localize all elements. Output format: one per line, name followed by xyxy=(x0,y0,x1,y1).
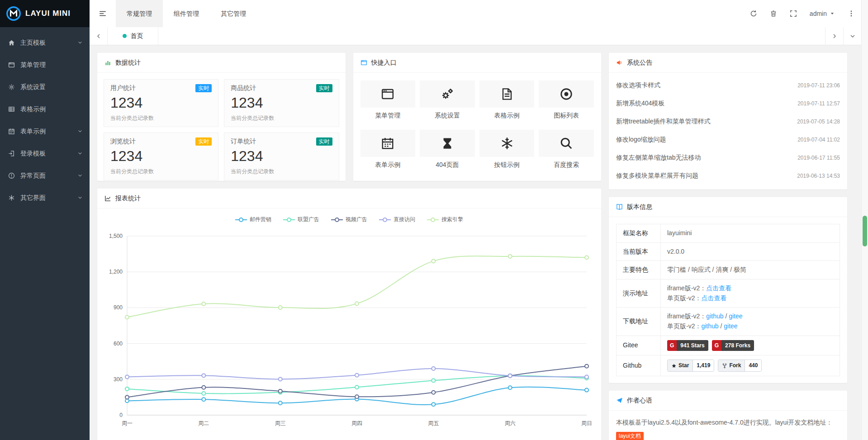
version-link[interactable]: 点击查看 xyxy=(701,294,726,302)
user-dropdown[interactable]: admin xyxy=(803,10,841,17)
sidebar-item[interactable]: 系统设置 xyxy=(0,76,90,98)
quick-entry-label: 按钮示例 xyxy=(479,161,535,169)
stats-card-title: 数据统计 xyxy=(115,59,141,67)
announcement-row: 修复左侧菜单缩放tab无法移动2019-06-17 11:55 xyxy=(616,149,840,167)
svg-text:周一: 周一 xyxy=(122,420,133,426)
version-line-prefix: 单页版-v2： xyxy=(667,294,701,302)
legend-item[interactable]: 邮件营销 xyxy=(235,216,271,223)
quick-entry[interactable]: 404页面 xyxy=(420,130,475,169)
version-line-prefix: 单页版-v2： xyxy=(667,322,701,330)
announcement-row: 新增treetable插件和菜单管理样式2019-07-05 14:28 xyxy=(616,113,840,131)
announcement-text: 修复多模块菜单栏展开有问题 xyxy=(616,172,698,180)
more-actions-button[interactable] xyxy=(841,0,861,27)
clear-cache-button[interactable] xyxy=(764,0,783,27)
announcement-row: 修改logo缩放问题2019-07-04 11:02 xyxy=(616,131,840,149)
header-tab[interactable]: 组件管理 xyxy=(163,0,210,27)
version-row: 当前版本v2.0.0 xyxy=(617,242,840,261)
gitee-badge[interactable]: G941 Stars xyxy=(667,340,708,351)
quick-entry-card: 快捷入口 菜单管理系统设置表格示例图标列表表单示例404页面按钮示例百度搜索 xyxy=(353,53,602,181)
logo[interactable]: LAYUI MINI xyxy=(0,0,90,27)
sidebar-item[interactable]: 菜单管理 xyxy=(0,54,90,76)
quick-entry[interactable]: 图标列表 xyxy=(539,80,594,120)
quick-grid: 菜单管理系统设置表格示例图标列表表单示例404页面按钮示例百度搜索 xyxy=(353,73,602,177)
tab-home-label: 首页 xyxy=(131,32,143,40)
version-link[interactable]: gitee xyxy=(729,312,742,320)
chevron-down-icon xyxy=(77,173,83,178)
version-row: 下载地址iframe版-v2：github / gitee单页版-v2：gith… xyxy=(617,308,840,336)
version-link[interactable]: github xyxy=(706,312,723,320)
legend-item[interactable]: 视频广告 xyxy=(331,216,367,223)
quick-entry-label: 表格示例 xyxy=(479,112,535,120)
tab-scroll-right-button[interactable] xyxy=(825,27,843,45)
sidebar-item-label: 表单示例 xyxy=(20,128,46,136)
refresh-button[interactable] xyxy=(744,0,764,27)
header-tab[interactable]: 常规管理 xyxy=(116,0,163,27)
page-scrollbar[interactable] xyxy=(861,0,868,440)
version-link[interactable]: github xyxy=(701,322,718,330)
sidebar-item[interactable]: 异常页面 xyxy=(0,165,90,187)
sidebar-item[interactable]: 其它界面 xyxy=(0,187,90,209)
tabbar-right-controls xyxy=(825,27,861,45)
main-area: 常规管理组件管理其它管理 admin xyxy=(90,0,861,440)
tab-scroll-left-button[interactable] xyxy=(90,27,108,45)
version-link[interactable]: gitee xyxy=(724,322,737,330)
scrollbar-thumb[interactable] xyxy=(863,216,867,246)
quick-entry[interactable]: 菜单管理 xyxy=(360,80,416,120)
version-card: 版本信息 框架名称layuimini当前版本v2.0.0主要特色零门槛 / 响应… xyxy=(609,197,847,383)
github-badge[interactable]: Fork440 xyxy=(718,360,762,372)
sidebar-item[interactable]: 主页模板 xyxy=(0,32,90,54)
quick-entry-label: 表单示例 xyxy=(360,161,416,169)
fullscreen-button[interactable] xyxy=(783,0,803,27)
svg-text:周六: 周六 xyxy=(505,420,516,426)
quick-entry[interactable]: 表单示例 xyxy=(360,130,416,169)
legend-item[interactable]: 搜索引擎 xyxy=(427,216,463,223)
sidebar-item[interactable]: 表格示例 xyxy=(0,98,90,120)
announcement-date: 2019-07-11 23:06 xyxy=(797,82,840,89)
announcements-card: 系统公告 修改选项卡样式2019-07-11 23:06新增系统404模板201… xyxy=(609,53,847,189)
announcement-text: 修改logo缩放问题 xyxy=(616,136,666,144)
svg-text:600: 600 xyxy=(114,341,123,347)
legend-marker-icon xyxy=(235,217,247,222)
sidebar-item-label: 登录模板 xyxy=(20,150,46,158)
fullscreen-icon xyxy=(790,10,797,17)
tab-options-button[interactable] xyxy=(843,27,861,45)
quick-entry[interactable]: 表格示例 xyxy=(479,80,535,120)
chevron-down-icon xyxy=(77,151,83,156)
quick-entry[interactable]: 按钮示例 xyxy=(479,130,535,169)
announcement-row: 修复多模块菜单栏展开有问题2019-06-13 14:53 xyxy=(616,167,840,185)
version-value: layuimini xyxy=(667,229,692,237)
gitee-badge[interactable]: G278 Forks xyxy=(712,340,754,351)
quick-entry[interactable]: 百度搜索 xyxy=(539,130,594,169)
tab-home[interactable]: 首页 xyxy=(108,27,158,45)
header-tab[interactable]: 其它管理 xyxy=(210,0,257,27)
announcement-date: 2019-07-05 14:28 xyxy=(797,118,840,125)
logo-icon xyxy=(6,6,21,21)
hamburger-icon xyxy=(99,9,107,18)
version-row: 框架名称layuimini xyxy=(617,224,840,243)
quick-entry-label: 菜单管理 xyxy=(360,112,416,120)
bar-chart-icon xyxy=(104,59,111,66)
collapse-sidebar-button[interactable] xyxy=(90,0,116,27)
sidebar-item[interactable]: 登录模板 xyxy=(0,142,90,165)
stat-box: 浏览统计实时1234当前分类总记录数 xyxy=(104,132,218,180)
legend-item[interactable]: 直接访问 xyxy=(379,216,415,223)
quick-entry[interactable]: 系统设置 xyxy=(420,80,475,120)
report-card-title: 报表统计 xyxy=(115,194,141,203)
sidebar-item[interactable]: 表单示例 xyxy=(0,120,90,142)
stat-box: 商品统计实时1234当前分类总记录数 xyxy=(224,79,339,127)
layui-doc-badge[interactable]: layui文档 xyxy=(616,432,644,440)
version-link[interactable]: 点击查看 xyxy=(706,284,731,292)
legend-item[interactable]: 联盟广告 xyxy=(283,216,319,223)
gears-icon xyxy=(420,80,475,108)
logo-text: LAYUI MINI xyxy=(25,9,71,18)
stat-desc: 当前分类总记录数 xyxy=(110,168,212,175)
github-badge[interactable]: Star1,419 xyxy=(667,360,714,372)
book-icon xyxy=(616,203,623,210)
gitee-logo: G xyxy=(667,340,677,351)
home-icon xyxy=(8,39,20,46)
author-body: 本模板基于layui2.5.4以及font-awesome-4.7.0进行实现。… xyxy=(609,411,847,440)
login-icon xyxy=(8,150,20,157)
author-card-title: 作者心语 xyxy=(627,397,652,405)
legend-label: 直接访问 xyxy=(394,216,415,223)
stat-value: 1234 xyxy=(231,148,332,165)
